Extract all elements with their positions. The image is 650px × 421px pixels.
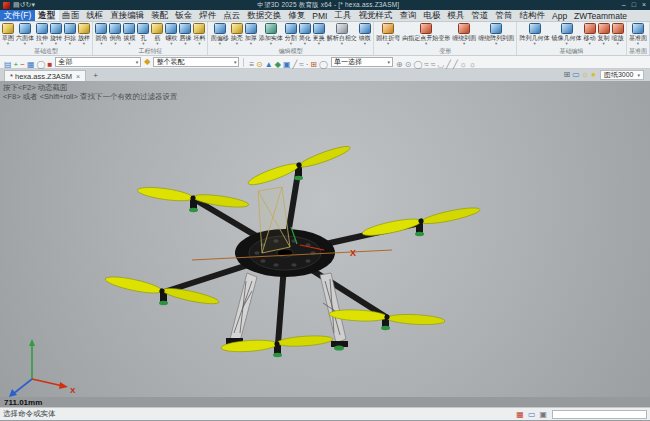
erase-icon[interactable]: − [19, 60, 26, 69]
ribbon-tab[interactable]: 钣金 [172, 10, 196, 21]
ribbon-button[interactable]: 基准面 [628, 23, 648, 46]
ribbon-button[interactable]: 添加实体 [258, 23, 284, 46]
display-monitor-icon[interactable]: ▭ [526, 410, 538, 419]
ribbon-button[interactable]: 面偏移 [210, 23, 230, 46]
save-icon[interactable]: ▤ [13, 1, 20, 8]
ribbon-tab[interactable]: 线框 [83, 10, 107, 21]
ribbon-button[interactable]: 更换 [312, 23, 326, 46]
entity-filter-combo[interactable]: 全部 [55, 57, 141, 67]
ribbon-button[interactable]: 分割 [284, 23, 298, 46]
tab-close-icon[interactable]: × [76, 73, 80, 80]
ribbon-tab[interactable]: 曲面 [59, 10, 83, 21]
ribbon-tab[interactable]: 查询 [396, 10, 420, 21]
maximize-button[interactable]: □ [632, 0, 636, 10]
ribbon-tab[interactable]: 焊件 [196, 10, 220, 21]
toolbar-separator [243, 58, 244, 67]
pick-segment-icon[interactable]: ╱ [452, 60, 459, 69]
ribbon-button[interactable]: 镜像几何体 [551, 23, 583, 46]
layout-window-icon[interactable]: ▣ [537, 410, 549, 419]
ribbon-button[interactable]: 筋 [150, 23, 164, 46]
ribbon-tab[interactable]: 管筒 [492, 10, 516, 21]
ribbon-button[interactable]: 草图 [1, 23, 15, 46]
ribbon-button[interactable]: 圆柱折弯 [375, 23, 401, 46]
ribbon-tab[interactable]: 直接编辑 [107, 10, 148, 21]
ribbon-button[interactable]: 复制 [597, 23, 611, 46]
ribbon-button[interactable]: 六面体 [15, 23, 35, 46]
ribbon-tab[interactable]: 点云 [220, 10, 244, 21]
measurement-value: 711.01mm [4, 398, 42, 407]
alerts-grid-icon[interactable]: ▦ [514, 410, 526, 419]
ribbon-button[interactable]: 解析自相交 [326, 23, 358, 46]
ribbon-button[interactable]: 螺纹 [164, 23, 178, 46]
pick-point-icon[interactable]: ⊕ [395, 60, 404, 69]
ribbon-button[interactable]: 坯料 [192, 23, 206, 46]
ribbon-button[interactable]: 缠绕到面 [451, 23, 477, 46]
ribbon-button[interactable]: 旋转 [49, 23, 63, 46]
filter-face-icon[interactable]: ▣ [282, 60, 292, 69]
display-mode-icon[interactable]: ▭ [571, 70, 581, 79]
ribbon-button[interactable]: 由指定点开始变形 [401, 23, 451, 46]
ribbon-tab[interactable]: 视觉样式 [355, 10, 396, 21]
document-tab-active[interactable]: * hexa.ass.Z3ASM × [4, 70, 86, 81]
snap-toggle-icon[interactable]: ◯ [318, 60, 329, 69]
filter-cube-icon[interactable]: ■ [46, 60, 53, 69]
manager-panel-icon[interactable]: ▤ [3, 60, 13, 69]
ribbon-tab[interactable]: 文件(F) [0, 10, 35, 21]
pick-mode-combo[interactable]: 单一选择 [331, 57, 393, 67]
status-input[interactable] [552, 410, 647, 419]
ribbon-button[interactable]: 拉伸 [35, 23, 49, 46]
gps-mast-wireframe[interactable] [258, 187, 290, 253]
minimize-button[interactable]: – [622, 0, 626, 10]
highlight-icon[interactable]: ☼ [459, 60, 468, 69]
ribbon-button[interactable]: 移动 [583, 23, 597, 46]
ribbon-button[interactable]: 阵列几何体 [519, 23, 551, 46]
fillet-icon [95, 23, 107, 34]
split-view-icon[interactable]: ⊞ [562, 70, 571, 79]
ribbon-tab[interactable]: 造型 [35, 10, 59, 21]
notification-icon[interactable]: ⊙ [255, 60, 264, 69]
3d-viewport[interactable]: 按下<F2> 动态截面 <F8> 或者 <Shift+roll> 查找下一个有效… [0, 81, 650, 397]
ribbon-button[interactable]: 倒角 [108, 23, 122, 46]
ribbon-tab[interactable]: 电极 [420, 10, 444, 21]
selection-scope-combo[interactable]: 整个装配 [153, 57, 239, 67]
ribbon-tab[interactable]: 管道 [468, 10, 492, 21]
ribbon-button[interactable]: 唇缘 [178, 23, 192, 46]
history-icon[interactable]: ⊞ [309, 60, 318, 69]
ribbon-button[interactable]: 拔模 [122, 23, 136, 46]
ribbon-tab[interactable]: PMI [309, 10, 331, 21]
ribbon-tab[interactable]: 修复 [285, 10, 309, 21]
filter-part-icon[interactable]: ▲ [264, 60, 274, 69]
pick-line-icon[interactable]: ╱ [445, 60, 452, 69]
ribbon-tab[interactable]: 装配 [148, 10, 172, 21]
lightbulb-icon[interactable]: ☼ [581, 70, 590, 79]
ribbon-tab[interactable]: 工具 [331, 10, 355, 21]
ribbon-tab[interactable]: ZWTeammate [571, 10, 631, 21]
ribbon-button[interactable]: 圆角 [94, 23, 108, 46]
ribbon-button[interactable]: 缩放 [611, 23, 625, 46]
ribbon-tab[interactable]: 模具 [444, 10, 468, 21]
ribbon-button[interactable]: 孔 [136, 23, 150, 46]
ribbon-button[interactable]: 放样 [77, 23, 91, 46]
ribbon-button[interactable]: 镶嵌 [358, 23, 372, 46]
close-button[interactable]: × [642, 0, 646, 10]
ribbon-tab[interactable]: 数据交换 [244, 10, 285, 21]
ribbon-tab[interactable]: 结构件 [516, 10, 549, 21]
new-tab-button[interactable]: + [90, 70, 101, 81]
hexacopter-model[interactable]: X [0, 81, 650, 397]
filter-shape-icon[interactable]: ◆ [274, 60, 282, 69]
ribbon-button[interactable]: 抽壳 [230, 23, 244, 46]
ribbon-button[interactable]: 加厚 [244, 23, 258, 46]
ribbon-button[interactable]: 简化 [298, 23, 312, 46]
pick-curve-icon[interactable]: ≈ [423, 60, 429, 69]
render-ball-icon[interactable]: ● [590, 70, 597, 79]
ribbon-button[interactable]: 缠绕阵列到面 [477, 23, 515, 46]
filter-curve-icon[interactable]: ≈ [298, 60, 304, 69]
assembly-scope-icon[interactable]: ◆ [143, 56, 151, 68]
highlight-all-icon[interactable]: ☼ [468, 60, 477, 69]
circle-tool-icon[interactable]: ◯ [35, 60, 46, 69]
ribbon-tab[interactable]: App [548, 10, 570, 21]
ribbon-button[interactable]: 扫掠 [63, 23, 77, 46]
pick-arc-icon[interactable]: ◡ [436, 60, 445, 69]
pick-circle-icon[interactable]: ◯ [412, 60, 423, 69]
sheet-selector-combo[interactable]: 图纸3000 [600, 70, 644, 80]
